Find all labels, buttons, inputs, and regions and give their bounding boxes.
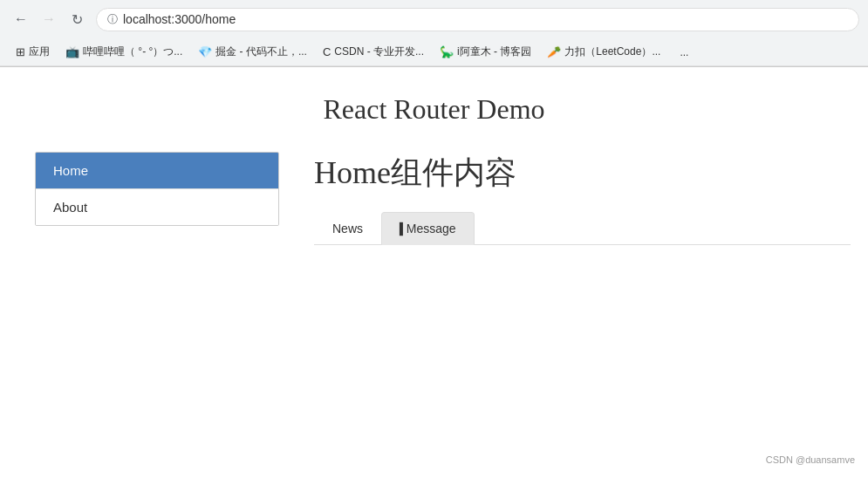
forward-button[interactable]: → bbox=[37, 7, 61, 31]
bookmark-atongmu[interactable]: 🦕i阿童木 - 博客园 bbox=[433, 42, 538, 62]
nav-buttons: ← → ↻ bbox=[9, 7, 89, 31]
bookmark-label-csdn: CSDN - 专业开发... bbox=[334, 44, 424, 59]
back-button[interactable]: ← bbox=[9, 7, 33, 31]
bookmark-label-atongmu: i阿童木 - 博客园 bbox=[457, 44, 531, 59]
tab-message[interactable]: ▌Message bbox=[381, 212, 475, 245]
nav-item-home[interactable]: Home bbox=[36, 153, 278, 189]
bookmark-bilibili[interactable]: 📺哔哩哔哩（ °- °）つ... bbox=[58, 42, 189, 62]
bookmark-label-leetcode: 力扣（LeetCode）... bbox=[564, 44, 660, 59]
lock-icon: ⓘ bbox=[107, 12, 118, 27]
right-content: Home组件内容 News▌Message bbox=[314, 152, 851, 254]
browser-toolbar: ← → ↻ ⓘ localhost:3000/home bbox=[0, 0, 868, 38]
footer-watermark: CSDN @duansamve bbox=[766, 454, 855, 460]
bookmark-leetcode[interactable]: 🥕力扣（LeetCode）... bbox=[540, 42, 667, 62]
bookmark-label-more: ... bbox=[680, 46, 688, 58]
bookmark-label-juejin: 掘金 - 代码不止，... bbox=[215, 44, 307, 59]
browser-chrome: ← → ↻ ⓘ localhost:3000/home ⊞应用📺哔哩哔哩（ °-… bbox=[0, 0, 868, 67]
page-content: React Router Demo HomeAbout Home组件内容 New… bbox=[0, 67, 868, 460]
bookmark-icon-juejin: 💎 bbox=[198, 45, 212, 58]
bookmark-icon-apps: ⊞ bbox=[16, 45, 25, 58]
cursor-indicator: ▌ bbox=[400, 222, 407, 236]
bookmark-label-bilibili: 哔哩哔哩（ °- °）つ... bbox=[83, 44, 182, 59]
nav-item-about[interactable]: About bbox=[36, 189, 278, 225]
bookmark-icon-bilibili: 📺 bbox=[65, 45, 79, 58]
bookmark-label-apps: 应用 bbox=[29, 44, 50, 59]
bookmark-juejin[interactable]: 💎掘金 - 代码不止，... bbox=[191, 42, 314, 62]
bookmark-icon-csdn: C bbox=[323, 45, 331, 58]
tabs-container: News▌Message bbox=[314, 212, 851, 245]
main-layout: HomeAbout Home组件内容 News▌Message bbox=[35, 152, 851, 254]
bookmark-icon-leetcode: 🥕 bbox=[547, 45, 561, 58]
url-text: localhost:3000/home bbox=[123, 12, 236, 26]
tab-news[interactable]: News bbox=[314, 212, 381, 245]
reload-button[interactable]: ↻ bbox=[65, 7, 89, 31]
bookmark-apps[interactable]: ⊞应用 bbox=[9, 42, 57, 62]
component-title: Home组件内容 bbox=[314, 152, 851, 195]
left-nav: HomeAbout bbox=[35, 152, 279, 226]
address-bar[interactable]: ⓘ localhost:3000/home bbox=[96, 8, 859, 31]
bookmark-csdn[interactable]: CCSDN - 专业开发... bbox=[316, 42, 431, 62]
bookmark-icon-atongmu: 🦕 bbox=[440, 45, 454, 58]
bookmark-more[interactable]: ... bbox=[669, 44, 695, 61]
bookmarks-bar: ⊞应用📺哔哩哔哩（ °- °）つ...💎掘金 - 代码不止，...CCSDN -… bbox=[0, 38, 868, 66]
page-title: React Router Demo bbox=[17, 93, 851, 126]
